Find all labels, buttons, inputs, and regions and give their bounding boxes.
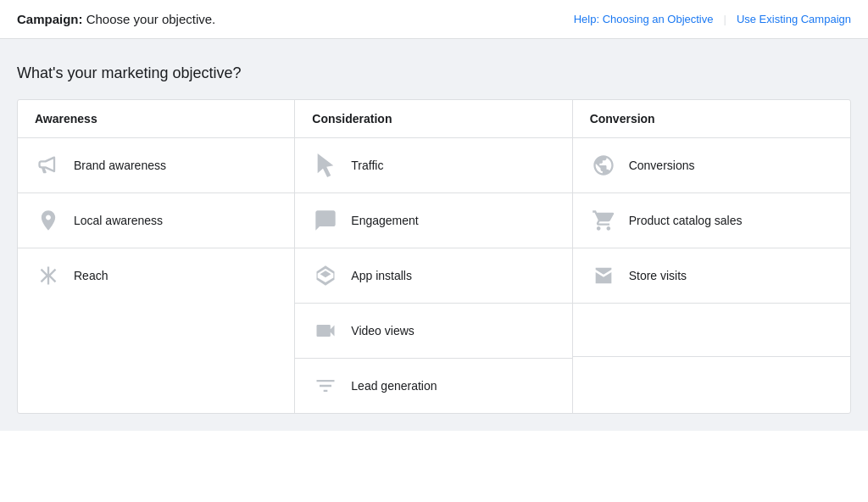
objective-reach[interactable]: Reach	[18, 248, 294, 303]
objective-lead-generation[interactable]: Lead generation	[295, 359, 571, 413]
objective-engagement[interactable]: Engagement	[295, 193, 571, 248]
col-header-conversion: Conversion	[573, 100, 850, 137]
pin-icon	[35, 207, 62, 234]
app-installs-label: App installs	[351, 269, 412, 282]
use-existing-campaign-link[interactable]: Use Existing Campaign	[737, 13, 851, 25]
objective-video-views[interactable]: Video views	[295, 304, 571, 359]
engagement-label: Engagement	[351, 214, 418, 227]
megaphone-icon	[35, 152, 62, 179]
objective-brand-awareness[interactable]: Brand awareness	[18, 138, 294, 193]
empty-cell-2	[573, 357, 850, 410]
globe-icon	[590, 152, 617, 179]
header-title: Campaign: Choose your objective.	[17, 12, 215, 26]
col-conversion: Conversions Product catalog sales	[573, 138, 850, 413]
col-awareness: Brand awareness Local awareness	[18, 138, 295, 413]
brand-awareness-label: Brand awareness	[74, 159, 166, 172]
help-link[interactable]: Help: Choosing an Objective	[574, 13, 714, 25]
objective-product-catalog-sales[interactable]: Product catalog sales	[573, 193, 850, 248]
video-views-label: Video views	[351, 324, 414, 337]
divider: |	[723, 13, 726, 25]
box-icon	[312, 262, 339, 289]
chat-icon	[312, 207, 339, 234]
empty-cell-1	[573, 304, 850, 357]
objective-app-installs[interactable]: App installs	[295, 248, 571, 304]
conversions-label: Conversions	[629, 159, 695, 172]
objectives-body: Brand awareness Local awareness	[18, 138, 850, 413]
lead-generation-label: Lead generation	[351, 379, 437, 393]
col-consideration: Traffic Engagement	[295, 138, 572, 413]
page-wrapper: Campaign: Choose your objective. Help: C…	[0, 0, 868, 502]
reach-label: Reach	[74, 269, 108, 282]
objective-local-awareness[interactable]: Local awareness	[18, 193, 294, 248]
header-subtitle: Choose your objective.	[83, 12, 216, 26]
col-header-awareness: Awareness	[18, 100, 295, 137]
header: Campaign: Choose your objective. Help: C…	[0, 0, 868, 39]
local-awareness-label: Local awareness	[74, 214, 163, 227]
objectives-header: Awareness Consideration Conversion	[18, 100, 850, 138]
product-catalog-sales-label: Product catalog sales	[629, 214, 743, 227]
main-content: What's your marketing objective? Awarene…	[0, 39, 868, 431]
asterisk-icon	[35, 262, 62, 289]
section-title: What's your marketing objective?	[17, 64, 851, 82]
header-links: Help: Choosing an Objective | Use Existi…	[574, 13, 851, 25]
col-header-consideration: Consideration	[295, 100, 572, 137]
objective-traffic[interactable]: Traffic	[295, 138, 571, 193]
objectives-table: Awareness Consideration Conversion Brand…	[17, 99, 851, 414]
cart-icon	[590, 207, 617, 234]
cursor-icon	[312, 152, 339, 179]
filter-icon	[312, 372, 339, 399]
header-label: Campaign:	[17, 12, 83, 26]
video-icon	[312, 317, 339, 344]
store-visits-label: Store visits	[629, 269, 687, 282]
store-icon	[590, 262, 617, 289]
objective-store-visits[interactable]: Store visits	[573, 248, 850, 304]
traffic-label: Traffic	[351, 159, 383, 172]
objective-conversions[interactable]: Conversions	[573, 138, 850, 193]
